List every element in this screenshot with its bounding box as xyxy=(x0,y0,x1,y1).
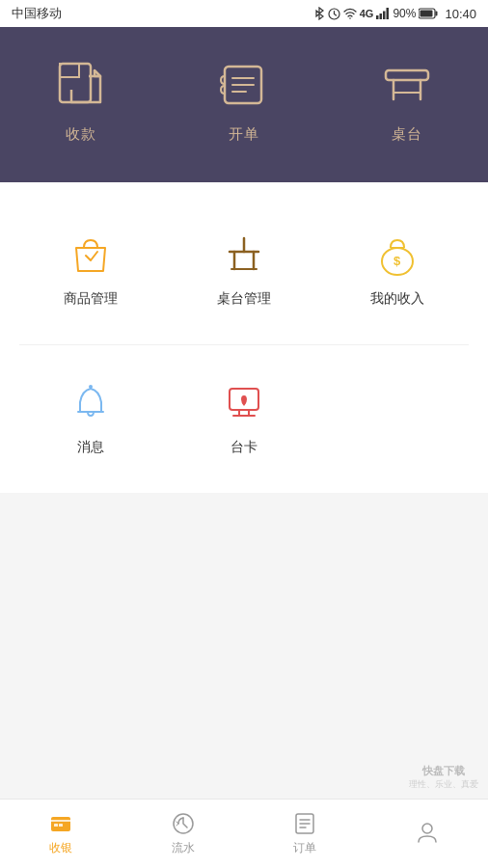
svg-rect-37 xyxy=(54,824,58,827)
flow-nav-icon xyxy=(171,811,196,836)
svg-rect-2 xyxy=(376,15,379,19)
bluetooth-icon xyxy=(313,7,325,20)
order-nav-label: 订单 xyxy=(293,840,316,856)
main-content: 商品管理 桌台管理 xyxy=(0,182,488,493)
watermark-line1: 快盘下载 xyxy=(409,764,478,778)
kaidan-label: 开单 xyxy=(229,125,259,144)
svg-text:$: $ xyxy=(393,254,401,268)
nav-cashier[interactable]: 收银 xyxy=(0,800,122,868)
svg-rect-3 xyxy=(380,14,383,19)
goods-manage-icon xyxy=(65,229,117,281)
grid-row-2: 消息 台卡 xyxy=(19,360,469,474)
svg-rect-9 xyxy=(60,64,91,102)
watermark-line2: 理性、乐业、真爱 xyxy=(409,778,478,791)
svg-rect-38 xyxy=(59,824,63,827)
network-type: 4G xyxy=(360,8,374,19)
nav-flow[interactable]: 流水 xyxy=(122,800,245,868)
carrier-label: 中国移动 xyxy=(12,5,62,22)
watermark: 快盘下载 理性、乐业、真爱 xyxy=(409,764,478,791)
svg-point-30 xyxy=(89,385,93,389)
wifi-icon xyxy=(343,8,357,19)
goods-manage-item[interactable]: 商品管理 xyxy=(19,211,163,325)
cashier-nav-label: 收银 xyxy=(49,840,72,856)
top-nav-zhuotai[interactable]: 桌台 xyxy=(378,56,436,144)
shoukuan-icon xyxy=(52,56,110,114)
my-income-item[interactable]: $ 我的收入 xyxy=(325,211,469,325)
table-card-item[interactable]: 台卡 xyxy=(173,360,316,474)
cashier-nav-icon xyxy=(48,811,73,836)
svg-rect-7 xyxy=(436,12,438,16)
svg-rect-16 xyxy=(386,70,428,80)
battery-icon xyxy=(419,8,438,19)
my-income-label: 我的收入 xyxy=(370,290,424,308)
section-divider xyxy=(19,344,469,345)
grid-row-1: 商品管理 桌台管理 xyxy=(19,211,469,325)
table-manage-icon xyxy=(218,229,270,281)
shoukuan-label: 收款 xyxy=(66,125,96,144)
message-label: 消息 xyxy=(77,439,104,456)
table-manage-item[interactable]: 桌台管理 xyxy=(173,211,316,325)
svg-point-1 xyxy=(349,17,351,19)
battery-label: 90% xyxy=(393,7,416,20)
svg-rect-5 xyxy=(387,8,390,19)
nav-order[interactable]: 订单 xyxy=(244,800,366,868)
svg-rect-10 xyxy=(60,64,79,77)
message-item[interactable]: 消息 xyxy=(19,360,163,474)
kaidan-icon xyxy=(215,56,273,114)
zhuotai-icon xyxy=(378,56,436,114)
order-nav-icon xyxy=(292,811,317,836)
svg-point-44 xyxy=(422,824,432,833)
status-bar: 中国移动 4G 90% xyxy=(0,0,488,27)
top-section: 收款 开单 xyxy=(0,27,488,182)
profile-nav-icon xyxy=(415,820,440,845)
flow-nav-label: 流水 xyxy=(172,840,195,856)
top-nav-row: 收款 开单 xyxy=(0,56,488,144)
zhuotai-label: 桌台 xyxy=(392,125,422,144)
clock-icon xyxy=(328,8,340,20)
goods-manage-label: 商品管理 xyxy=(64,290,118,308)
top-nav-shoukuan[interactable]: 收款 xyxy=(52,56,110,144)
status-icons: 4G 90% 10:40 xyxy=(313,7,476,21)
svg-rect-8 xyxy=(420,11,433,17)
table-card-label: 台卡 xyxy=(230,439,258,456)
bottom-nav: 收银 流水 订单 xyxy=(0,799,488,868)
svg-rect-4 xyxy=(383,12,386,20)
my-income-icon: $ xyxy=(371,229,423,281)
nav-profile[interactable] xyxy=(366,800,489,868)
signal-icon xyxy=(376,8,390,19)
top-nav-kaidan[interactable]: 开单 xyxy=(215,56,273,144)
message-icon xyxy=(65,377,117,429)
time-label: 10:40 xyxy=(445,7,476,21)
table-manage-label: 桌台管理 xyxy=(217,290,271,308)
table-card-icon xyxy=(218,377,270,429)
